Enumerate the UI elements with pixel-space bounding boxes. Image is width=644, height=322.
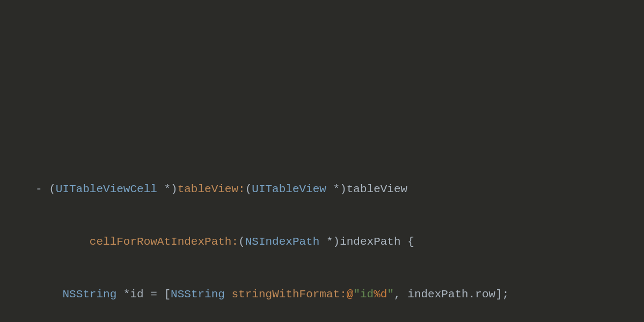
punct: = [: [144, 288, 171, 301]
string: ": [387, 288, 394, 301]
punct: *: [116, 288, 130, 301]
code-line[interactable]: NSString *id = [NSString stringWithForma…: [0, 286, 644, 304]
punct: (: [245, 183, 252, 195]
selector: cellForRowAtIndexPath:: [90, 236, 238, 248]
code-line[interactable]: cellForRowAtIndexPath:(NSIndexPath *)ind…: [0, 233, 644, 251]
punct: (: [238, 236, 245, 248]
type: UITableViewCell: [56, 183, 157, 195]
string: ": [353, 288, 360, 301]
punct: .: [469, 288, 475, 301]
punct: ,: [394, 288, 407, 301]
identifier: indexPath: [407, 288, 468, 301]
type: NSString: [171, 288, 225, 301]
punct: *): [319, 236, 340, 248]
punct: ];: [495, 288, 509, 301]
punct: - (: [35, 183, 56, 195]
type: UITableView: [252, 183, 326, 195]
identifier: indexPath: [340, 236, 400, 248]
punct: *): [157, 183, 178, 195]
identifier: row: [475, 288, 495, 301]
brace: {: [401, 236, 414, 248]
indent: [35, 288, 62, 301]
code-line[interactable]: - (UITableViewCell *)tableView:(UITableV…: [0, 181, 644, 199]
indent: [35, 236, 90, 248]
type: NSIndexPath: [245, 236, 320, 248]
space: [225, 288, 232, 301]
format-spec: %d: [374, 288, 387, 301]
punct: *): [326, 183, 347, 195]
code-editor[interactable]: - (UITableViewCell *)tableView:(UITableV…: [0, 146, 644, 322]
type: NSString: [62, 288, 116, 301]
selector: tableView:: [178, 183, 245, 195]
selector: stringWithFormat:: [232, 288, 347, 301]
identifier: tableView: [347, 183, 407, 195]
at-literal: @: [347, 288, 354, 301]
identifier: id: [130, 288, 143, 301]
string: id: [360, 288, 374, 301]
